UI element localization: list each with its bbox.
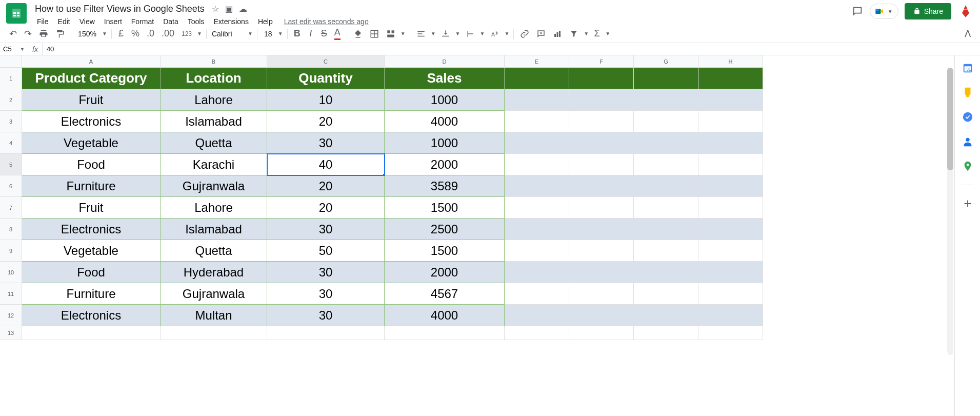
- italic-button[interactable]: I: [305, 28, 317, 40]
- cell-G4[interactable]: [634, 132, 698, 154]
- contacts-icon[interactable]: [962, 135, 974, 148]
- cell-G1[interactable]: [634, 68, 698, 89]
- cell-G9[interactable]: [634, 240, 698, 262]
- cell-G12[interactable]: [634, 305, 698, 326]
- col-header-C[interactable]: C: [267, 55, 385, 68]
- cell-F6[interactable]: [569, 175, 634, 197]
- text-color-button[interactable]: A: [331, 28, 344, 40]
- row-header-3[interactable]: 3: [0, 111, 22, 132]
- link-button[interactable]: [517, 28, 532, 40]
- comment-button[interactable]: [533, 28, 549, 40]
- cell-C5[interactable]: 40: [267, 154, 385, 175]
- namebox-dropdown-icon[interactable]: ▼: [20, 47, 25, 52]
- menu-extensions[interactable]: Extensions: [209, 15, 252, 28]
- decrease-decimal-button[interactable]: .0: [144, 28, 157, 40]
- cell-C6[interactable]: 20: [267, 175, 385, 197]
- cell-H1[interactable]: [698, 68, 763, 89]
- cell-H6[interactable]: [698, 175, 763, 197]
- menu-data[interactable]: Data: [159, 15, 183, 28]
- cell-B6[interactable]: Gujranwala: [161, 175, 267, 197]
- col-header-D[interactable]: D: [385, 55, 505, 68]
- cell-D4[interactable]: 1000: [385, 132, 505, 154]
- row-header-8[interactable]: 8: [0, 219, 22, 240]
- redo-button[interactable]: ↷: [21, 28, 35, 40]
- cell-F12[interactable]: [569, 305, 634, 326]
- cell-H11[interactable]: [698, 283, 763, 305]
- cell-D6[interactable]: 3589: [385, 175, 505, 197]
- cell-A6[interactable]: Furniture: [22, 175, 161, 197]
- cell-D3[interactable]: 4000: [385, 111, 505, 132]
- cell-H7[interactable]: [698, 197, 763, 219]
- cell-H3[interactable]: [698, 111, 763, 132]
- cell-D7[interactable]: 1500: [385, 197, 505, 219]
- cell-D8[interactable]: 2500: [385, 219, 505, 240]
- cell-D11[interactable]: 4567: [385, 283, 505, 305]
- col-header-E[interactable]: E: [505, 55, 569, 68]
- zoom-dropdown-icon[interactable]: ▼: [101, 31, 108, 36]
- cell-E2[interactable]: [505, 89, 569, 111]
- row-header-9[interactable]: 9: [0, 240, 22, 262]
- paint-format-button[interactable]: [52, 28, 68, 40]
- cell-B3[interactable]: Islamabad: [161, 111, 267, 132]
- menu-help[interactable]: Help: [254, 15, 277, 28]
- fill-color-button[interactable]: [350, 28, 366, 40]
- row-header-1[interactable]: 1: [0, 68, 22, 89]
- cell-E8[interactable]: [505, 219, 569, 240]
- menu-insert[interactable]: Insert: [100, 15, 126, 28]
- cell-B5[interactable]: Karachi: [161, 154, 267, 175]
- cell-D12[interactable]: 4000: [385, 305, 505, 326]
- col-header-A[interactable]: A: [22, 55, 161, 68]
- cell-B1[interactable]: Location: [161, 68, 267, 89]
- cell-E6[interactable]: [505, 175, 569, 197]
- strikethrough-button[interactable]: S: [318, 28, 330, 40]
- keep-icon[interactable]: [962, 86, 974, 98]
- cell-B4[interactable]: Quetta: [161, 132, 267, 154]
- sheets-logo-icon[interactable]: [6, 3, 27, 24]
- cell-B8[interactable]: Islamabad: [161, 219, 267, 240]
- cell-E10[interactable]: [505, 262, 569, 283]
- cell-C9[interactable]: 50: [267, 240, 385, 262]
- more-formats-button[interactable]: 123: [178, 28, 195, 40]
- cell-E9[interactable]: [505, 240, 569, 262]
- halign-dropdown-icon[interactable]: ▼: [430, 31, 437, 36]
- cell-E3[interactable]: [505, 111, 569, 132]
- merge-button[interactable]: [383, 28, 398, 40]
- document-title[interactable]: How to use Filter Views in Google Sheets: [33, 3, 207, 15]
- cell-G6[interactable]: [634, 175, 698, 197]
- add-addon-icon[interactable]: [962, 197, 974, 210]
- meet-button[interactable]: ▼: [870, 4, 898, 19]
- maps-icon[interactable]: [962, 160, 974, 172]
- cell-B7[interactable]: Lahore: [161, 197, 267, 219]
- cell-E4[interactable]: [505, 132, 569, 154]
- cell-H9[interactable]: [698, 240, 763, 262]
- filter-button[interactable]: [566, 28, 582, 40]
- functions-button[interactable]: Σ: [591, 28, 603, 40]
- filter-dropdown-icon[interactable]: ▼: [583, 31, 590, 36]
- cell-A1[interactable]: Product Category: [22, 68, 161, 89]
- cell-A5[interactable]: Food: [22, 154, 161, 175]
- cell-F2[interactable]: [569, 89, 634, 111]
- cell-E12[interactable]: [505, 305, 569, 326]
- cell-A4[interactable]: Vegetable: [22, 132, 161, 154]
- cell-A8[interactable]: Electronics: [22, 219, 161, 240]
- cell-H5[interactable]: [698, 154, 763, 175]
- cell-B13[interactable]: [161, 326, 267, 340]
- share-button[interactable]: Share: [905, 3, 951, 19]
- cell-B10[interactable]: Hyderabad: [161, 262, 267, 283]
- scroll-thumb[interactable]: [947, 68, 953, 170]
- cell-F13[interactable]: [569, 326, 634, 340]
- cell-B12[interactable]: Multan: [161, 305, 267, 326]
- cell-B9[interactable]: Quetta: [161, 240, 267, 262]
- functions-dropdown-icon[interactable]: ▼: [604, 31, 611, 36]
- bold-button[interactable]: B: [291, 28, 304, 40]
- row-header-13[interactable]: 13: [0, 326, 22, 340]
- account-avatar[interactable]: [957, 3, 974, 19]
- row-header-4[interactable]: 4: [0, 132, 22, 154]
- tasks-icon[interactable]: [962, 111, 974, 123]
- merge-dropdown-icon[interactable]: ▼: [399, 31, 407, 36]
- font-dropdown-icon[interactable]: ▼: [247, 31, 254, 36]
- cell-C11[interactable]: 30: [267, 283, 385, 305]
- star-icon[interactable]: ☆: [211, 3, 220, 15]
- cell-D5[interactable]: 2000: [385, 154, 505, 175]
- cell-C8[interactable]: 30: [267, 219, 385, 240]
